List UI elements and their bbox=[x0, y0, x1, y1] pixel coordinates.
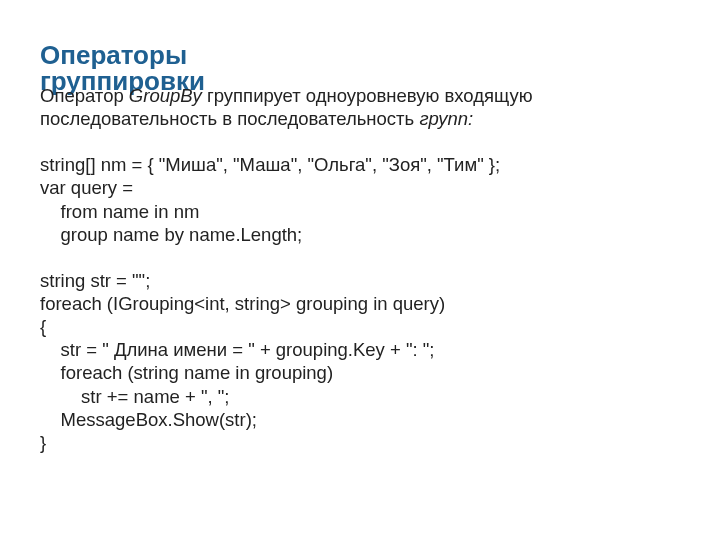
code-block: string[] nm = { "Миша", "Маша", "Ольга",… bbox=[40, 153, 680, 454]
desc-part4: групп: bbox=[419, 108, 473, 129]
desc-part2: GroupBy bbox=[129, 85, 202, 106]
slide: Операторы группировки Оператор GroupBy г… bbox=[0, 0, 720, 474]
description: Оператор GroupBy группирует одноуровневу… bbox=[40, 84, 680, 130]
desc-part1: Оператор bbox=[40, 85, 129, 106]
